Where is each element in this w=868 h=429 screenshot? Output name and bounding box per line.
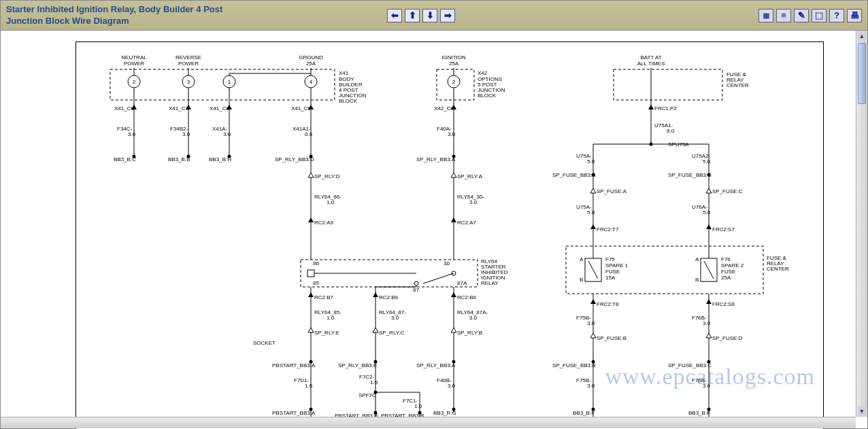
svg-text:CENTER: CENTER: [727, 82, 749, 88]
svg-text:F75: F75: [605, 256, 615, 262]
svg-text:SP_FUSE_BB3:C: SP_FUSE_BB3:C: [668, 172, 712, 178]
svg-rect-0: [110, 69, 335, 100]
svg-text:SP_RLY_BB3:A: SP_RLY_BB3:A: [416, 156, 456, 162]
svg-text:X41: X41: [339, 70, 349, 76]
svg-text:SPARE 2: SPARE 2: [721, 262, 744, 269]
page-title: Starter Inhibited Ignition Relay, Body B…: [6, 4, 224, 27]
nav-buttons: ⬅ ⬆ ⬇ ➡: [387, 9, 455, 22]
title-line2: Junction Block Wire Diagram: [6, 16, 224, 27]
svg-text:FUSE: FUSE: [605, 269, 620, 275]
svg-text:3.0: 3.0: [448, 131, 456, 137]
svg-text:BB3_B:B: BB3_B:B: [168, 156, 190, 162]
svg-text:25A: 25A: [449, 61, 459, 67]
svg-text:PBSTART_BB3:A: PBSTART_BB3:A: [272, 362, 316, 368]
svg-text:15A: 15A: [605, 275, 616, 281]
tool-view2-button[interactable]: ≡: [776, 9, 791, 22]
svg-marker-221: [590, 333, 596, 338]
scroll-up-icon[interactable]: ▲: [858, 31, 866, 41]
svg-text:X42_C6: X42_C6: [434, 105, 454, 111]
tool-view1-button[interactable]: ≣: [758, 9, 773, 22]
svg-text:X42: X42: [478, 70, 488, 76]
nav-right-button[interactable]: ➡: [440, 9, 455, 22]
svg-text:SP_RLY:B: SP_RLY:B: [457, 330, 482, 336]
svg-marker-234: [706, 333, 712, 338]
svg-text:A: A: [695, 256, 699, 262]
svg-text:3.0: 3.0: [448, 383, 456, 389]
svg-marker-190: [706, 188, 712, 193]
svg-text:30: 30: [444, 260, 450, 267]
svg-text:IGNITION: IGNITION: [441, 54, 466, 61]
svg-text:5.0: 5.0: [703, 209, 711, 216]
svg-text:SP_RLY_BB3:A: SP_RLY_BB3:A: [416, 362, 456, 368]
svg-text:8.0: 8.0: [667, 128, 675, 134]
svg-text:GROUND: GROUND: [299, 54, 323, 61]
svg-text:A: A: [580, 256, 584, 262]
svg-text:3.0: 3.0: [128, 131, 136, 137]
svg-text:3.0: 3.0: [587, 383, 595, 389]
nav-down-button[interactable]: ⬇: [422, 9, 437, 22]
svg-marker-230: [706, 299, 712, 304]
svg-marker-136: [451, 173, 456, 177]
svg-text:FRC2:T8: FRC2:T8: [597, 301, 619, 307]
svg-text:SOCKET: SOCKET: [253, 340, 276, 346]
svg-text:SP_FUSE:B: SP_FUSE:B: [597, 335, 627, 341]
vertical-scrollbar[interactable]: ▲ ▼: [856, 31, 867, 417]
app-window: Starter Inhibited Ignition Relay, Body B…: [0, 0, 868, 429]
svg-text:5.0: 5.0: [703, 158, 711, 165]
tool-edit-button[interactable]: ✎: [794, 9, 809, 22]
tool-window-button[interactable]: ⬚: [812, 9, 827, 22]
svg-text:3: 3: [187, 79, 190, 85]
svg-text:SPF7C: SPF7C: [358, 392, 376, 398]
svg-marker-85: [308, 292, 314, 297]
svg-rect-82: [307, 270, 314, 277]
svg-text:SP_RLY:C: SP_RLY:C: [379, 330, 405, 336]
svg-text:SP_RLY:D: SP_RLY:D: [314, 173, 340, 179]
svg-text:SP_FUSE:D: SP_FUSE:D: [712, 335, 743, 341]
svg-text:BB3_B:F: BB3_B:F: [573, 410, 595, 416]
svg-text:85: 85: [313, 280, 319, 286]
svg-text:BB3_B:H: BB3_B:H: [209, 156, 231, 162]
svg-text:3.0: 3.0: [587, 320, 595, 326]
svg-text:BATT AT: BATT AT: [640, 54, 661, 61]
svg-text:FRC2:T7: FRC2:T7: [597, 226, 619, 233]
svg-text:BLOCK: BLOCK: [339, 98, 358, 104]
svg-marker-194: [706, 224, 712, 229]
svg-text:POWER: POWER: [124, 61, 144, 67]
svg-text:BLOCK: BLOCK: [478, 92, 497, 99]
svg-text:RC2:A7: RC2:A7: [457, 220, 477, 226]
svg-text:1.0: 1.0: [414, 403, 422, 409]
scroll-down-icon[interactable]: ▼: [858, 406, 866, 417]
svg-text:ALL TIMES: ALL TIMES: [637, 61, 665, 67]
nav-up-button[interactable]: ⬆: [405, 9, 420, 22]
svg-marker-166: [648, 105, 654, 109]
wiring-diagram: X41 BODY BUILDER 4 POST JUNCTION BLOCK X…: [76, 42, 824, 429]
svg-text:SP_FUSE_BB3:B: SP_FUSE_BB3:B: [552, 172, 596, 178]
svg-text:FRC2:S7: FRC2:S7: [712, 226, 735, 233]
toolbar-right: ≣ ≡ ✎ ⬚ ? 🖶: [758, 9, 862, 22]
svg-line-144: [423, 273, 454, 284]
svg-text:BB3_B:C: BB3_B:C: [114, 156, 136, 162]
horizontal-scrollbar[interactable]: [1, 417, 856, 428]
svg-text:SP_FUSE_BB3:C: SP_FUSE_BB3:C: [668, 362, 712, 368]
svg-marker-217: [590, 299, 596, 304]
svg-text:SPARE 1: SPARE 1: [605, 262, 629, 269]
svg-text:X41_C6: X41_C6: [114, 105, 134, 111]
svg-text:87A: 87A: [457, 280, 467, 286]
tool-print-button[interactable]: 🖶: [847, 9, 862, 22]
svg-marker-68: [308, 173, 314, 177]
scroll-thumb[interactable]: [858, 43, 866, 104]
svg-text:B: B: [580, 277, 583, 283]
svg-text:86: 86: [313, 260, 319, 267]
svg-marker-72: [308, 218, 314, 222]
nav-left-button[interactable]: ⬅: [387, 9, 402, 22]
svg-text:1.0: 1.0: [327, 315, 335, 321]
svg-text:FRC2:S8: FRC2:S8: [712, 301, 735, 307]
svg-text:25A: 25A: [306, 61, 316, 67]
svg-text:1.0: 1.0: [305, 383, 313, 389]
svg-marker-179: [590, 188, 596, 193]
svg-text:X41_C8: X41_C8: [210, 105, 229, 111]
svg-marker-89: [308, 328, 314, 332]
tool-help-button[interactable]: ?: [829, 9, 844, 22]
svg-text:SP_FUSE_BB3:B: SP_FUSE_BB3:B: [552, 362, 596, 368]
toolbar: Starter Inhibited Ignition Relay, Body B…: [1, 1, 867, 31]
